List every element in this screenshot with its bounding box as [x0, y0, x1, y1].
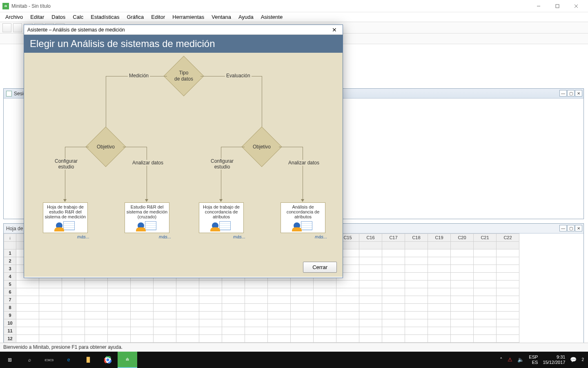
- cell[interactable]: [314, 304, 336, 312]
- cell[interactable]: [39, 335, 62, 343]
- cell[interactable]: [16, 304, 39, 312]
- cell[interactable]: [222, 312, 245, 319]
- cell[interactable]: [405, 257, 428, 265]
- cell[interactable]: [39, 312, 62, 319]
- column-header[interactable]: C21: [474, 234, 497, 242]
- more-link-2[interactable]: más...: [159, 234, 171, 239]
- cell[interactable]: [85, 280, 108, 288]
- menu-editar[interactable]: Editar: [27, 13, 48, 21]
- cell[interactable]: [39, 327, 62, 335]
- menu-grafica[interactable]: Gráfica: [123, 13, 147, 21]
- cell[interactable]: [291, 288, 314, 296]
- cell[interactable]: [268, 280, 291, 288]
- cell[interactable]: [16, 335, 39, 343]
- cell[interactable]: [474, 288, 497, 296]
- cell[interactable]: [497, 304, 519, 312]
- cell[interactable]: [222, 280, 245, 288]
- cell[interactable]: [222, 335, 245, 343]
- dialog-close-icon[interactable]: ✕: [330, 27, 339, 33]
- window-minimize-button[interactable]: [529, 0, 548, 12]
- cell[interactable]: [314, 296, 336, 304]
- cell[interactable]: [131, 304, 154, 312]
- menu-datos[interactable]: Datos: [48, 13, 69, 21]
- cell[interactable]: [451, 319, 474, 327]
- cell[interactable]: [428, 288, 451, 296]
- cell[interactable]: [291, 296, 314, 304]
- cell[interactable]: [245, 280, 268, 288]
- cell[interactable]: [176, 304, 199, 312]
- cell[interactable]: [108, 304, 131, 312]
- cell[interactable]: [451, 304, 474, 312]
- cell[interactable]: [428, 327, 451, 335]
- row-header[interactable]: 11: [4, 327, 16, 335]
- cell[interactable]: [85, 304, 108, 312]
- cell[interactable]: [314, 288, 336, 296]
- cell[interactable]: [268, 327, 291, 335]
- cell[interactable]: [222, 296, 245, 304]
- cell[interactable]: [268, 319, 291, 327]
- cell[interactable]: [474, 327, 497, 335]
- cell[interactable]: [62, 280, 85, 288]
- menu-herramientas[interactable]: Herramientas: [169, 13, 208, 21]
- cell[interactable]: [382, 249, 405, 257]
- cell[interactable]: [382, 335, 405, 343]
- session-min-button[interactable]: —: [559, 90, 567, 96]
- worksheet-max-button[interactable]: ▢: [567, 225, 575, 231]
- cell[interactable]: [382, 280, 405, 288]
- cell[interactable]: [62, 288, 85, 296]
- cell[interactable]: [39, 296, 62, 304]
- cell[interactable]: [16, 327, 39, 335]
- cell[interactable]: [359, 249, 382, 257]
- cell[interactable]: [154, 296, 176, 304]
- cell[interactable]: [497, 312, 519, 319]
- menu-ayuda[interactable]: Ayuda: [235, 13, 257, 21]
- cell[interactable]: [405, 288, 428, 296]
- action-center-icon[interactable]: 💬: [570, 357, 577, 363]
- option-attr-worksheet[interactable]: Hoja de trabajo de concordancia de atrib…: [199, 202, 244, 233]
- cell[interactable]: [359, 327, 382, 335]
- cell[interactable]: [154, 288, 176, 296]
- cell[interactable]: [497, 296, 519, 304]
- cell[interactable]: [474, 273, 497, 280]
- cell[interactable]: [497, 273, 519, 280]
- cell[interactable]: [16, 288, 39, 296]
- cell[interactable]: [428, 296, 451, 304]
- cell[interactable]: [108, 288, 131, 296]
- cell[interactable]: [199, 280, 222, 288]
- task-view-icon[interactable]: ▭▭: [39, 352, 59, 368]
- menu-calc[interactable]: Calc: [69, 13, 87, 21]
- menu-estadisticas[interactable]: Estadísticas: [87, 13, 123, 21]
- cell[interactable]: [497, 280, 519, 288]
- cell[interactable]: [497, 288, 519, 296]
- more-link-1[interactable]: más...: [77, 234, 89, 239]
- cell[interactable]: [268, 296, 291, 304]
- column-header[interactable]: C20: [451, 234, 474, 242]
- cell[interactable]: [451, 257, 474, 265]
- cell[interactable]: [336, 335, 359, 343]
- cell[interactable]: [405, 273, 428, 280]
- cell[interactable]: [314, 335, 336, 343]
- cell[interactable]: [451, 335, 474, 343]
- cell[interactable]: [176, 319, 199, 327]
- cell[interactable]: [474, 304, 497, 312]
- cell[interactable]: [108, 280, 131, 288]
- notification-count[interactable]: 2: [581, 357, 584, 362]
- cell[interactable]: [359, 319, 382, 327]
- column-header[interactable]: C16: [359, 234, 382, 242]
- cell[interactable]: [85, 288, 108, 296]
- cell[interactable]: [245, 312, 268, 319]
- cell[interactable]: [451, 280, 474, 288]
- cell[interactable]: [85, 319, 108, 327]
- cell[interactable]: [428, 304, 451, 312]
- cell[interactable]: [405, 319, 428, 327]
- cell[interactable]: [268, 288, 291, 296]
- cell[interactable]: [131, 327, 154, 335]
- menu-editor[interactable]: Editor: [147, 13, 169, 21]
- cell[interactable]: [336, 319, 359, 327]
- row-header[interactable]: 4: [4, 273, 16, 280]
- cell[interactable]: [108, 296, 131, 304]
- cell[interactable]: [154, 304, 176, 312]
- cell[interactable]: [62, 327, 85, 335]
- column-header[interactable]: C22: [497, 234, 519, 242]
- cell[interactable]: [474, 249, 497, 257]
